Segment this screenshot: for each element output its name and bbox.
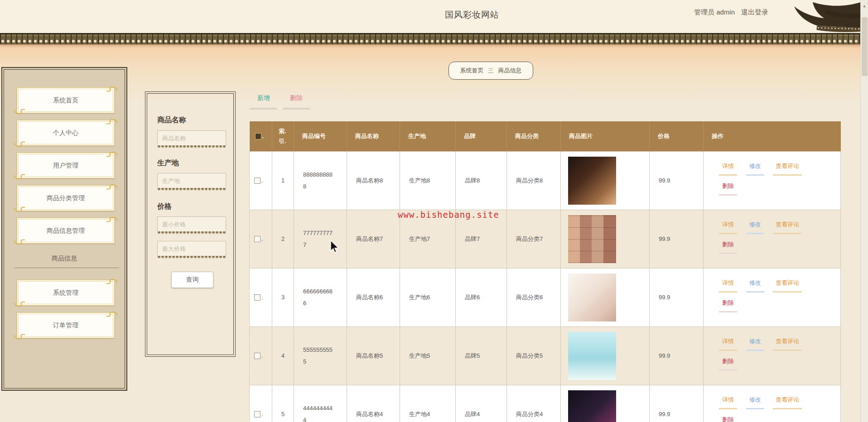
- sidebar-item-product-management[interactable]: 商品信息管理: [17, 218, 115, 244]
- sidebar-section-label: 商品信息: [4, 254, 125, 263]
- detail-link[interactable]: 详情: [719, 279, 737, 293]
- cell-sn: 6666666666: [294, 268, 347, 326]
- logout-button[interactable]: 退出登录: [741, 8, 768, 17]
- table-row: . 2 7777777777 商品名称7 生产地7 品牌7 商品分类7 99.9…: [250, 210, 841, 268]
- table-row: . 4 5555555555 商品名称5 生产地5 品牌5 商品分类5 99.9…: [250, 326, 841, 385]
- cell-origin: 生产地6: [400, 268, 456, 326]
- row-checkbox[interactable]: [254, 236, 260, 242]
- max-price-input[interactable]: [157, 241, 226, 256]
- view-comments-link[interactable]: 查看评论: [773, 162, 802, 176]
- edit-link[interactable]: 修改: [746, 337, 764, 351]
- remove-link[interactable]: 删除: [719, 182, 737, 196]
- table-row: . 3 6666666666 商品名称6 生产地6 品牌6 商品分类6 99.9…: [250, 268, 841, 326]
- cell-price: 99.9: [650, 385, 704, 422]
- delete-button[interactable]: 删除: [283, 94, 310, 110]
- detail-link[interactable]: 详情: [719, 337, 737, 351]
- remove-link[interactable]: 删除: [719, 240, 737, 254]
- row-checkbox[interactable]: [254, 353, 260, 359]
- roof-eave-image: [776, 0, 861, 36]
- edit-link[interactable]: 修改: [746, 279, 764, 293]
- sidebar-item-user-management[interactable]: 用户管理: [17, 153, 115, 178]
- cloud-scroll-icon: [14, 301, 26, 307]
- cell-brand: 品牌6: [456, 268, 507, 326]
- product-name-input[interactable]: [157, 130, 226, 145]
- select-all-checkbox[interactable]: [255, 133, 261, 139]
- top-header: 国风彩妆网站 管理员 admin 退出登录: [0, 0, 868, 33]
- cell-category: 商品分类6: [507, 268, 561, 326]
- col-brand-header: 品牌: [456, 121, 507, 151]
- lace-border-decoration: [157, 256, 226, 259]
- cloud-scroll-icon: [14, 173, 26, 180]
- sidebar-item-order-management[interactable]: 订单管理: [17, 312, 115, 338]
- cell-index: 3: [272, 268, 294, 326]
- cloud-scroll-icon: [106, 216, 118, 223]
- admin-page: 国风彩妆网站 管理员 admin 退出登录 ▲ 系统首页: [0, 0, 868, 422]
- cell-price: 99.9: [650, 268, 704, 326]
- table-row: . 1 8888888888 商品名称8 生产地8 品牌8 商品分类8 99.9…: [250, 151, 841, 210]
- col-category-header: 商品分类: [507, 121, 561, 151]
- col-sn-header: 商品编号: [294, 121, 347, 151]
- sidebar-item-label: 系统管理: [53, 289, 78, 297]
- cell-category: 商品分类4: [507, 385, 561, 422]
- lace-border-decoration: [157, 145, 226, 149]
- cell-index: 4: [272, 326, 294, 385]
- col-name-header: 商品名称: [347, 121, 400, 151]
- cell-name: 商品名称7: [347, 210, 400, 268]
- col-image-header: 商品图片: [561, 121, 650, 151]
- detail-link[interactable]: 详情: [719, 221, 737, 234]
- sidebar-item-category-management[interactable]: 商品分类管理: [17, 185, 115, 211]
- product-image: [568, 332, 616, 380]
- view-comments-link[interactable]: 查看评论: [773, 396, 802, 409]
- detail-link[interactable]: 详情: [719, 396, 737, 409]
- col-ops-header: 操作: [704, 121, 841, 151]
- view-comments-link[interactable]: 查看评论: [773, 221, 802, 234]
- product-image: [568, 157, 616, 205]
- edit-link[interactable]: 修改: [746, 162, 764, 176]
- sidebar-item-personal-center[interactable]: 个人中心: [17, 120, 115, 146]
- cell-sn: 5555555555: [294, 326, 347, 385]
- scroll-up-arrow-icon[interactable]: ▲: [861, 0, 868, 8]
- cell-category: 商品分类8: [507, 151, 561, 210]
- price-label: 价格: [157, 202, 172, 211]
- sidebar-item-label: 个人中心: [53, 129, 78, 137]
- cell-sn: 4444444444: [294, 385, 347, 422]
- add-button[interactable]: 新增: [250, 94, 277, 110]
- breadcrumb-home-link[interactable]: 系统首页: [460, 67, 484, 75]
- lace-border-decoration: [157, 188, 226, 191]
- row-checkbox[interactable]: [254, 294, 260, 301]
- edit-link[interactable]: 修改: [746, 396, 764, 409]
- breadcrumb-separator-icon: 三: [488, 67, 494, 75]
- view-comments-link[interactable]: 查看评论: [773, 279, 802, 293]
- cell-name: 商品名称8: [347, 151, 400, 210]
- cell-price: 99.9: [650, 210, 704, 268]
- scrollbar-thumb[interactable]: [862, 17, 868, 76]
- product-image: [568, 390, 616, 422]
- cell-origin: 生产地5: [400, 326, 456, 385]
- cell-index: 5: [272, 385, 294, 422]
- edit-link[interactable]: 修改: [746, 221, 764, 234]
- cloud-scroll-icon: [14, 108, 26, 115]
- detail-link[interactable]: 详情: [719, 162, 737, 176]
- scrollbar[interactable]: ▲: [860, 0, 868, 422]
- sidebar-item-system-home[interactable]: 系统首页: [17, 87, 115, 113]
- breadcrumb-current: 商品信息: [498, 67, 522, 75]
- cell-origin: 生产地8: [400, 151, 456, 210]
- row-checkbox[interactable]: [254, 177, 260, 184]
- origin-input[interactable]: [157, 173, 226, 188]
- cell-sn: 8888888888: [294, 151, 347, 210]
- sidebar-inner-frame: 系统首页 个人中心 用户管理 商品分类管理 商品信息管理: [4, 69, 125, 388]
- cell-name: 商品名称5: [347, 326, 400, 385]
- min-price-input[interactable]: [157, 216, 226, 231]
- row-checkbox[interactable]: [254, 411, 260, 417]
- table-toolbar: 新增 删除: [250, 94, 310, 110]
- remove-link[interactable]: 删除: [719, 416, 737, 422]
- query-button[interactable]: 查询: [171, 272, 213, 288]
- remove-link[interactable]: 删除: [719, 357, 737, 371]
- sidebar-item-system-management[interactable]: 系统管理: [17, 280, 115, 306]
- cell-index: 2: [272, 210, 294, 268]
- sidebar-item-label: 用户管理: [53, 162, 78, 170]
- cell-price: 99.9: [650, 151, 704, 210]
- view-comments-link[interactable]: 查看评论: [773, 337, 802, 351]
- remove-link[interactable]: 删除: [719, 299, 737, 312]
- lace-border-decoration: [157, 231, 226, 235]
